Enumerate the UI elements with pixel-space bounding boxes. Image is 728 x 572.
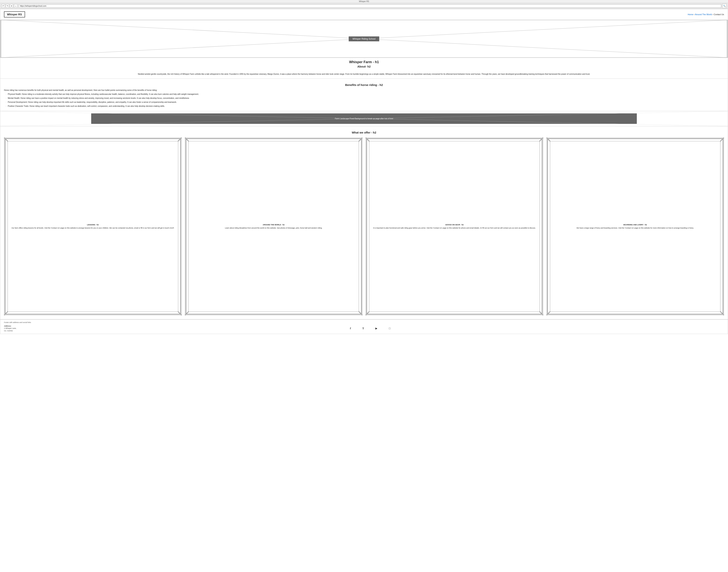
benefits-h2: Benefits of horse riding - h2 [4,81,724,88]
breadcrumb-sep2: › [712,13,714,15]
breadcrumb-sep1: › [693,13,695,15]
benefit-item-4: Positive Character Traits: Horse riding … [6,105,724,108]
card-title-around-world: AROUND THE WORLD - h2 [263,224,285,226]
search-button[interactable]: 🔍 [722,4,726,8]
card-title-gear: ADVICE ON GEAR - h2 [445,224,464,226]
svg-line-0 [0,20,364,39]
about-body-text: Nestled amidst gentle countryside, the r… [138,73,590,75]
breadcrumb-home[interactable]: Home [687,13,693,15]
farm-landscape-section: Farm Landscape Fixed Background to break… [0,111,728,126]
hero-label: Whisper Riding School [349,37,379,41]
card-title-boarding: BOARDING AND LIVERY - h2 [623,224,647,226]
benefit-item-3: Personal Development: Horse riding can h… [6,101,724,103]
breadcrumb-around-world[interactable]: Around The World [695,13,712,15]
offer-card-lessons: LESSONS - h2 Our farm offers riding less… [4,138,182,315]
home-button[interactable]: ⌂ [14,4,17,8]
card-inner-lessons: LESSONS - h2 Our farm offers riding less… [8,141,178,312]
benefits-list: Physical Health: Horse riding is a moder… [4,93,724,108]
footer-content: Address: 2 Whisper Lane, Co. Corrine 𝐟 𝐓… [4,325,724,332]
about-h2: About- h2 [4,65,724,68]
breadcrumb: Home › Around The World › Contact Us [687,13,724,15]
twitter-icon[interactable]: 𝐓 [362,327,364,330]
svg-line-3 [364,39,728,58]
offer-card-around-world: AROUND THE WORLD - h2 Learn about riding… [185,138,363,315]
breadcrumb-current: Contact Us [714,13,724,15]
browser-chrome: ↶ ↷ ✕ ⌂ 🔍 [0,3,728,9]
site-logo[interactable]: Whisper RS [4,11,25,17]
card-body-gear: It is important to plan functional and s… [373,227,536,229]
svg-line-2 [0,39,364,58]
footer-address-label: Address: [4,325,16,327]
footer-address: Address: 2 Whisper Lane, Co. Corrine [4,325,16,332]
benefits-intro: Horse riding has numerous benefits for b… [4,89,724,91]
card-title-lessons: LESSONS - h2 [87,224,99,226]
instagram-icon[interactable]: □ [389,327,390,330]
card-body-boarding: We have a large range of livery and boar… [576,227,694,229]
svg-line-1 [364,20,728,39]
offer-section: What we offer - h2 LESSONS - h2 Our farm… [0,126,728,319]
card-body-lessons: Our farm offers riding lessons for all l… [12,227,174,229]
offer-grid: LESSONS - h2 Our farm offers riding less… [4,138,724,315]
footer-address-line2: Co. Corrine [4,330,16,332]
footer-address-line1: 2 Whisper Lane, [4,327,16,330]
close-button[interactable]: ✕ [10,4,13,8]
offer-card-boarding: BOARDING AND LIVERY - h2 We have a large… [546,138,724,315]
address-bar[interactable] [19,4,721,8]
card-inner-gear: ADVICE ON GEAR - h2 It is important to p… [369,141,540,312]
offer-card-gear: ADVICE ON GEAR - h2 It is important to p… [366,138,543,315]
card-body-around-world: Learn about riding disciplines from arou… [225,227,322,229]
about-h1: Whisper Farm - h1 [4,60,724,64]
card-inner-boarding: BOARDING AND LIVERY - h2 We have a large… [550,141,721,312]
site-wrapper: Whisper RS Home › Around The World › Con… [0,9,728,334]
back-button[interactable]: ↶ [2,4,5,8]
card-inner-around-world: AROUND THE WORLD - h2 Learn about riding… [188,141,359,312]
browser-title-bar: Whisper RS [0,0,728,3]
footer-label: Footer with address and social links [4,321,724,324]
facebook-icon[interactable]: 𝐟 [350,327,351,330]
about-body: Nestled amidst gentle countryside, the r… [0,71,728,79]
offer-h2: What we offer - h2 [4,129,724,135]
browser-tab-title: Whisper RS [359,0,369,2]
benefit-item-2: Mental Health: Horse riding can have a p… [6,97,724,99]
youtube-icon[interactable]: ▶ [375,327,378,330]
hero-section: Whisper Riding School [0,20,728,58]
benefit-item-1: Physical Health: Horse riding is a moder… [6,93,724,95]
about-heading-section: Whisper Farm - h1 About- h2 [0,58,728,71]
site-footer: Footer with address and social links Add… [0,319,728,334]
footer-socials: 𝐟 𝐓 ▶ □ [16,327,724,330]
site-header: Whisper RS Home › Around The World › Con… [0,9,728,20]
benefits-section: Benefits of horse riding - h2 Horse ridi… [0,79,728,111]
nav-buttons: ↶ ↷ ✕ ⌂ [2,4,17,8]
farm-bg-wireframe [0,111,728,126]
forward-button[interactable]: ↷ [6,4,9,8]
